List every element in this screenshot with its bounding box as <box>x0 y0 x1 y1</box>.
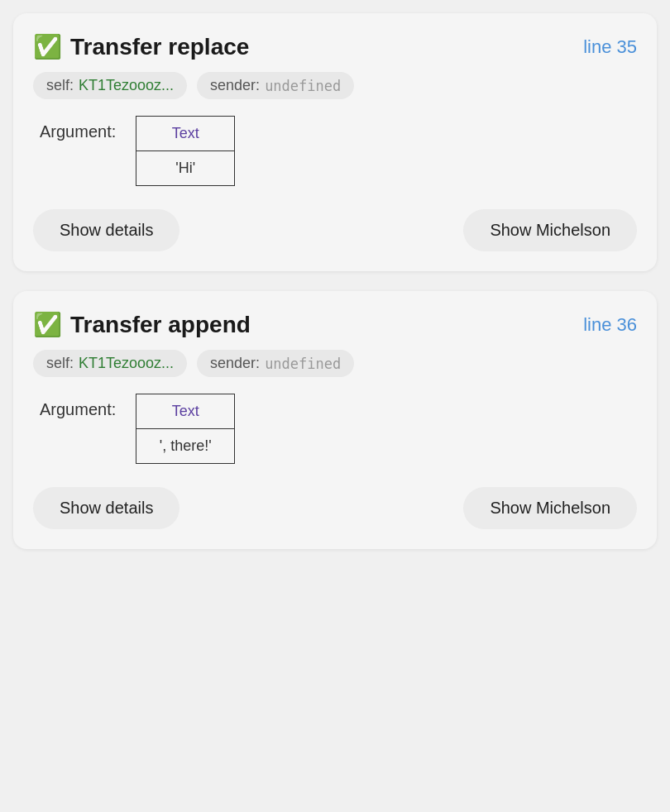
show-details-button[interactable]: Show details <box>33 209 179 251</box>
card-header: ✅ Transfer replace line 35 <box>33 33 637 60</box>
argument-value: 'Hi' <box>136 151 235 186</box>
self-value: KT1Tezoooz... <box>79 77 174 94</box>
card-title: ✅ Transfer replace <box>33 33 249 60</box>
argument-label: Argument: <box>40 122 116 141</box>
card-header: ✅ Transfer append line 36 <box>33 311 637 338</box>
sender-pill: sender: undefined <box>197 350 354 377</box>
show-michelson-button[interactable]: Show Michelson <box>463 209 637 251</box>
self-pill: self: KT1Tezoooz... <box>33 350 187 377</box>
sender-label: sender: <box>210 355 260 372</box>
sender-pill: sender: undefined <box>197 72 354 99</box>
argument-value: ', there!' <box>136 429 235 464</box>
card-title: ✅ Transfer append <box>33 311 251 338</box>
argument-section: Argument: Text ', there!' <box>40 394 637 464</box>
line-number: line 35 <box>583 36 637 58</box>
status-emoji: ✅ <box>33 311 62 338</box>
show-michelson-button[interactable]: Show Michelson <box>463 487 637 529</box>
sender-label: sender: <box>210 77 260 94</box>
self-label: self: <box>46 355 74 372</box>
transaction-card-2: ✅ Transfer append line 36 self: KT1Tezoo… <box>13 291 657 549</box>
sender-value: undefined <box>265 356 341 372</box>
show-details-button[interactable]: Show details <box>33 487 179 529</box>
self-label: self: <box>46 77 74 94</box>
transaction-card-1: ✅ Transfer replace line 35 self: KT1Tezo… <box>13 13 657 271</box>
meta-row: self: KT1Tezoooz... sender: undefined <box>33 350 637 377</box>
argument-table: Text ', there!' <box>136 394 235 464</box>
sender-value: undefined <box>265 78 341 94</box>
argument-section: Argument: Text 'Hi' <box>40 116 637 186</box>
argument-type: Text <box>136 394 235 429</box>
self-pill: self: KT1Tezoooz... <box>33 72 187 99</box>
card-title-text: Transfer replace <box>70 34 249 60</box>
card-title-text: Transfer append <box>70 312 251 338</box>
argument-table: Text 'Hi' <box>136 116 235 186</box>
line-number: line 36 <box>583 314 637 336</box>
self-value: KT1Tezoooz... <box>79 355 174 372</box>
argument-type: Text <box>136 117 235 151</box>
status-emoji: ✅ <box>33 33 62 60</box>
button-row: Show details Show Michelson <box>33 209 637 251</box>
meta-row: self: KT1Tezoooz... sender: undefined <box>33 72 637 99</box>
argument-label: Argument: <box>40 400 116 419</box>
button-row: Show details Show Michelson <box>33 487 637 529</box>
